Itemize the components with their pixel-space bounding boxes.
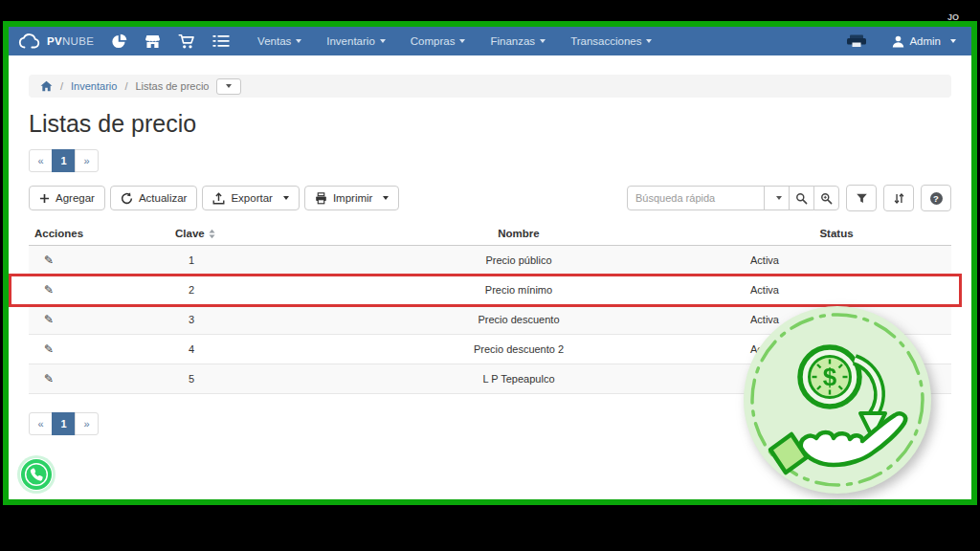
menu-label: Ventas xyxy=(257,35,291,47)
print-label: Imprimir xyxy=(333,192,373,204)
menu-compras[interactable]: Compras xyxy=(398,27,479,55)
cell-nombre: Precio descuento xyxy=(316,314,722,325)
export-icon xyxy=(212,192,225,205)
breadcrumb-separator: / xyxy=(124,80,127,92)
cell-nombre: Precio público xyxy=(316,254,722,266)
menu-ventas[interactable]: Ventas xyxy=(245,27,314,55)
search-group xyxy=(627,186,839,210)
menu-label: Transacciones xyxy=(570,35,641,47)
chevron-down-icon xyxy=(226,84,232,88)
page-1-button[interactable]: 1 xyxy=(52,412,76,435)
search-advanced-button[interactable] xyxy=(813,186,839,210)
help-button[interactable]: ? xyxy=(921,185,951,211)
phone-contact-button[interactable] xyxy=(20,458,53,491)
chevron-down-icon xyxy=(950,39,956,43)
money-clock-icon: $ xyxy=(800,347,859,407)
search-button[interactable] xyxy=(789,186,814,210)
menu-inventario[interactable]: Inventario xyxy=(314,27,398,55)
plus-icon xyxy=(39,193,50,204)
menu-label: Finanzas xyxy=(490,35,535,47)
page-next-button[interactable]: » xyxy=(75,412,99,435)
cell-clave: 3 xyxy=(172,314,316,325)
refresh-button[interactable]: Actualizar xyxy=(110,186,198,210)
breadcrumb: / Inventario / Listas de precio xyxy=(29,75,951,98)
brand-name-bold: PV xyxy=(47,35,62,47)
cell-status: Activa xyxy=(722,284,951,296)
menu-label: Inventario xyxy=(326,35,375,47)
pagination-bottom: « 1 » xyxy=(29,412,99,435)
export-button[interactable]: Exportar xyxy=(202,186,299,210)
top-navbar: PVNUBE Ventas Inventario Compras Finanza… xyxy=(9,27,971,55)
page-1-button[interactable]: 1 xyxy=(52,149,76,172)
user-menu-admin[interactable]: Admin xyxy=(892,35,956,48)
filter-button[interactable] xyxy=(846,185,877,211)
table-toolbar: Agregar Actualizar Exportar Imprimir xyxy=(29,185,951,211)
home-icon[interactable] xyxy=(40,80,53,92)
menu-transacciones[interactable]: Transacciones xyxy=(558,27,664,55)
cell-status: Activa xyxy=(722,254,951,266)
list-stream-icon[interactable] xyxy=(212,34,230,48)
dollar-sign: $ xyxy=(823,363,837,391)
cell-clave: 2 xyxy=(172,284,316,296)
navbar-right: Admin xyxy=(846,34,962,48)
chevron-down-icon xyxy=(283,196,289,200)
chevron-down-icon xyxy=(646,39,652,43)
page-prev-button[interactable]: « xyxy=(29,412,53,435)
refresh-label: Actualizar xyxy=(139,192,188,204)
breadcrumb-dropdown-button[interactable] xyxy=(216,78,241,95)
search-input[interactable] xyxy=(627,186,765,210)
page-title: Listas de precio xyxy=(29,110,951,138)
header-clave-label: Clave xyxy=(175,228,205,239)
cell-clave: 4 xyxy=(172,343,316,355)
user-label: Admin xyxy=(909,35,941,47)
store-icon[interactable] xyxy=(145,33,161,50)
search-options-button[interactable] xyxy=(764,186,790,210)
brand-name-light: NUBE xyxy=(62,35,94,47)
edit-row-button[interactable]: ✎ xyxy=(44,373,54,385)
video-overlay-text: JO xyxy=(947,12,959,22)
page-next-button[interactable]: » xyxy=(75,149,99,172)
brand-logo[interactable]: PVNUBE xyxy=(18,33,94,49)
sort-button[interactable] xyxy=(883,185,914,211)
search-icon xyxy=(795,192,808,205)
menu-finanzas[interactable]: Finanzas xyxy=(478,27,558,55)
cloud-logo-icon xyxy=(18,33,41,49)
header-status[interactable]: Status xyxy=(722,228,951,239)
app-window: PVNUBE Ventas Inventario Compras Finanza… xyxy=(3,21,977,505)
refresh-icon xyxy=(121,192,133,205)
header-acciones[interactable]: Acciones xyxy=(29,228,172,239)
phone-icon xyxy=(20,458,53,491)
user-icon xyxy=(892,35,904,48)
pie-chart-icon[interactable] xyxy=(111,33,127,50)
breadcrumb-link-inventario[interactable]: Inventario xyxy=(71,80,117,92)
chevron-down-icon xyxy=(296,39,301,43)
header-nombre[interactable]: Nombre xyxy=(316,228,722,239)
navbar-menus: Ventas Inventario Compras Finanzas Trans… xyxy=(245,27,664,55)
cell-nombre: Precio mínimo xyxy=(316,284,722,296)
table-search-tools: ? xyxy=(627,185,951,211)
cart-icon[interactable] xyxy=(178,33,195,50)
edit-row-button[interactable]: ✎ xyxy=(44,284,54,296)
add-button[interactable]: Agregar xyxy=(29,186,105,210)
printer-icon[interactable] xyxy=(846,34,867,48)
edit-row-button[interactable]: ✎ xyxy=(44,343,54,355)
menu-label: Compras xyxy=(411,35,456,47)
chevron-down-icon xyxy=(380,39,386,43)
print-button[interactable]: Imprimir xyxy=(304,186,400,210)
breadcrumb-current: Listas de precio xyxy=(135,80,209,92)
money-hand-badge: $ xyxy=(742,304,933,496)
question-mark-icon: ? xyxy=(930,192,943,205)
edit-row-button[interactable]: ✎ xyxy=(44,254,54,266)
filter-funnel-icon xyxy=(856,192,868,205)
table-row-highlighted: ✎ 2 Precio mínimo Activa xyxy=(29,276,951,305)
print-icon xyxy=(315,192,327,205)
cell-clave: 1 xyxy=(172,254,316,266)
navbar-quick-icons xyxy=(111,33,230,50)
edit-row-button[interactable]: ✎ xyxy=(44,314,54,325)
table-header-row: Acciones Clave Nombre Status xyxy=(29,222,951,246)
chevron-down-icon xyxy=(776,196,782,200)
page-prev-button[interactable]: « xyxy=(29,149,53,172)
header-clave[interactable]: Clave xyxy=(172,228,316,239)
export-label: Exportar xyxy=(231,192,272,204)
sort-both-icon xyxy=(209,229,215,239)
